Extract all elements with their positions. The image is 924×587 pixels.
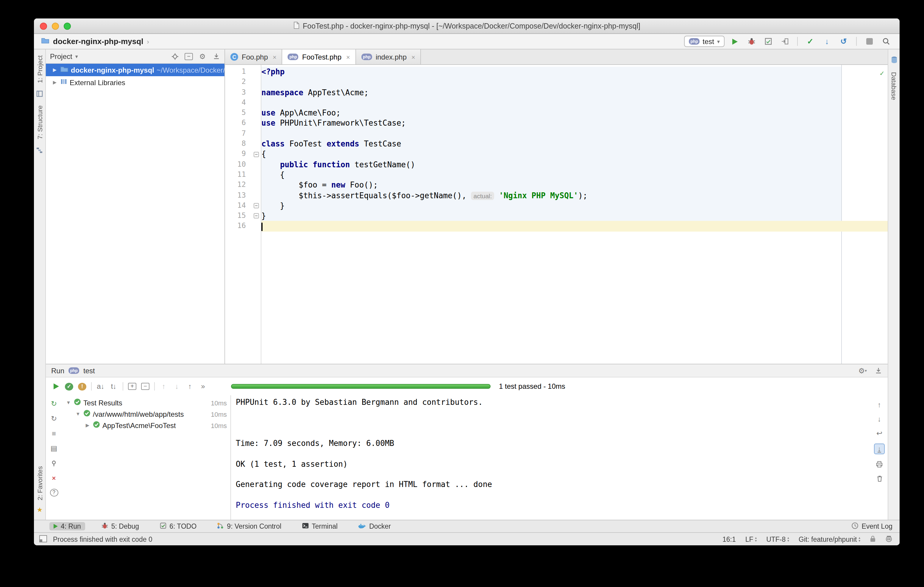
test-history-icon[interactable]: ↑ (186, 382, 194, 391)
collapse-all-icon[interactable]: − (185, 53, 193, 60)
line-number[interactable]: 11 (225, 170, 252, 180)
close-tab-icon[interactable]: × (273, 53, 277, 61)
fold-marker-icon[interactable]: − (254, 152, 259, 157)
close-tab-icon[interactable]: × (411, 53, 415, 61)
encoding-widget[interactable]: UTF-8 ▴▾ (766, 536, 789, 542)
close-tab-icon[interactable]: × (346, 53, 350, 61)
debug-button[interactable] (745, 35, 758, 47)
show-ignored-icon[interactable]: ! (78, 383, 86, 390)
inspection-status-icon[interactable]: ✓ (880, 68, 884, 79)
close-icon[interactable]: × (50, 474, 58, 482)
rerun-icon[interactable]: ↻ (50, 399, 58, 408)
tool-window-button-structure[interactable]: 7: Structure (36, 106, 43, 140)
event-log-button[interactable]: Event Log (851, 522, 893, 531)
git-branch-widget[interactable]: Git: feature/phpunit ▴▾ (799, 536, 860, 542)
line-number[interactable]: 4 (225, 97, 252, 108)
vcs-update-button[interactable]: ↓ (820, 35, 833, 47)
line-number[interactable]: 9 (225, 149, 252, 160)
soft-wrap-icon[interactable]: ↩ (875, 429, 883, 438)
expand-all-icon[interactable]: + (128, 383, 136, 390)
test-tree-row[interactable]: ▼Test Results10ms (62, 397, 230, 408)
sort-by-duration-icon[interactable]: t↓ (109, 382, 118, 391)
line-number[interactable]: 3 (225, 87, 252, 97)
line-number[interactable]: 6 (225, 118, 252, 129)
vcs-commit-button[interactable]: ✓ (804, 35, 817, 47)
more-icon[interactable]: » (199, 382, 207, 391)
project-tree-row[interactable]: ▶External Libraries (46, 76, 224, 89)
tool-window-switcher-icon[interactable] (39, 535, 47, 543)
line-number[interactable]: 15 (225, 211, 252, 221)
editor-tab[interactable]: phpindex.php× (356, 49, 421, 64)
expand-arrow-icon[interactable]: ▼ (75, 411, 81, 417)
next-failed-test-icon[interactable]: ↓ (173, 382, 181, 391)
expand-arrow-icon[interactable]: ▶ (84, 423, 91, 428)
run-console[interactable]: PHPUnit 6.3.0 by Sebastian Bergmann and … (231, 395, 871, 520)
settings-gear-icon[interactable]: ⚙▾ (858, 366, 867, 375)
pin-icon[interactable] (50, 459, 58, 467)
line-number[interactable]: 8 (225, 139, 252, 149)
zoom-window-button[interactable] (64, 22, 71, 30)
editor-tab[interactable]: CFoo.php× (225, 49, 282, 64)
project-tree-row[interactable]: ▶docker-nginx-php-mysql ~/Workspace/Dock… (46, 64, 224, 76)
lock-icon[interactable] (870, 535, 876, 543)
line-number[interactable]: 16 (225, 221, 252, 232)
print-icon[interactable] (875, 460, 883, 468)
tool-window-button-debug[interactable]: 5: Debug (97, 521, 143, 531)
run-with-coverage-button[interactable] (761, 35, 775, 47)
line-number[interactable]: 14 (225, 201, 252, 211)
help-icon[interactable]: ? (50, 489, 58, 496)
attach-debugger-icon[interactable] (778, 35, 791, 47)
sort-alphabetically-icon[interactable]: a↓ (96, 382, 105, 391)
scroll-down-icon[interactable]: ↓ (875, 415, 883, 423)
editor-tab[interactable]: phpFooTest.php× (282, 49, 356, 64)
tool-window-button-database[interactable]: Database (890, 72, 898, 100)
stop-button[interactable] (863, 35, 876, 47)
breadcrumb[interactable]: docker-nginx-php-mysql › (41, 37, 149, 46)
editor[interactable]: 123456789−1011121314−15−16 <?phpnamespac… (225, 65, 888, 364)
expand-arrow-icon[interactable]: ▶ (52, 80, 58, 85)
show-passed-icon[interactable]: ✓ (65, 383, 73, 390)
rerun-failed-icon[interactable]: ↻ (50, 414, 58, 423)
show-console-icon[interactable]: ▤ (50, 444, 58, 452)
expand-arrow-icon[interactable]: ▼ (66, 400, 71, 406)
close-window-button[interactable] (40, 22, 47, 30)
chevron-down-icon[interactable]: ▾ (75, 53, 78, 59)
previous-failed-test-icon[interactable]: ↑ (160, 382, 168, 391)
clear-console-icon[interactable] (875, 475, 883, 483)
hide-panel-icon[interactable] (874, 366, 882, 375)
hide-panel-icon[interactable] (212, 52, 220, 61)
settings-icon[interactable]: ⚙ (198, 52, 206, 61)
scroll-to-end-icon[interactable]: ↓ (874, 444, 885, 454)
tool-window-button-run[interactable]: 4: Run (50, 522, 85, 531)
scroll-up-icon[interactable]: ↑ (875, 401, 883, 409)
test-tree-row[interactable]: ▼/var/www/html/web/app/tests10ms (62, 408, 230, 420)
run-configuration-select[interactable]: php test ▾ (684, 36, 724, 47)
line-number[interactable]: 12 (225, 180, 252, 191)
inspections-hector-icon[interactable] (885, 535, 893, 543)
vcs-revert-button[interactable]: ↺ (837, 35, 850, 47)
stop-icon[interactable]: ■ (50, 429, 58, 438)
tool-window-button-todo[interactable]: 6: TODO (155, 521, 201, 531)
fold-marker-icon[interactable]: − (254, 213, 259, 219)
minimize-window-button[interactable] (52, 22, 59, 30)
line-number[interactable]: 13 (225, 190, 252, 201)
scroll-from-source-icon[interactable] (171, 52, 179, 61)
breadcrumb-project[interactable]: docker-nginx-php-mysql (53, 37, 143, 46)
tool-window-button-project[interactable]: 1: Project (36, 55, 43, 83)
rerun-tests-icon[interactable] (52, 382, 60, 391)
tool-window-button-favorites[interactable]: 2: Favorites (36, 466, 43, 500)
tool-window-button-vcs[interactable]: 9: Version Control (213, 521, 285, 531)
line-number[interactable]: 1 (225, 67, 252, 77)
search-everywhere-icon[interactable] (879, 35, 893, 47)
fold-marker-icon[interactable]: − (254, 203, 259, 208)
line-separator-widget[interactable]: LF ▴▾ (746, 536, 757, 542)
test-tree-row[interactable]: ▶AppTest\Acme\FooTest10ms (62, 420, 230, 431)
caret-position-widget[interactable]: 16:1 (723, 536, 736, 542)
line-number[interactable]: 2 (225, 77, 252, 87)
line-number[interactable]: 5 (225, 108, 252, 118)
collapse-all-icon[interactable]: − (141, 383, 149, 390)
tool-window-button-docker[interactable]: Docker (354, 522, 395, 531)
expand-arrow-icon[interactable]: ▶ (52, 67, 58, 73)
code-viewport[interactable]: <?phpnamespace AppTest\Acme;use App\Acme… (261, 65, 888, 364)
tool-window-button-terminal[interactable]: Terminal (297, 521, 342, 531)
